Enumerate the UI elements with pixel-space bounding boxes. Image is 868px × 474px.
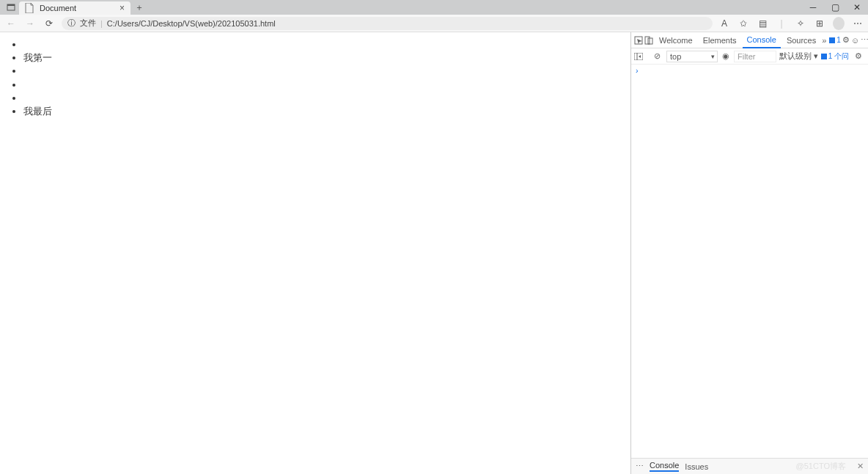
address-divider: |: [100, 19, 103, 28]
read-aloud-icon[interactable]: A: [718, 18, 730, 29]
context-selector[interactable]: top: [666, 51, 718, 62]
devtools-panel: Welcome Elements Console Sources » 1 ⚙ ☺…: [630, 32, 868, 474]
live-expression-icon[interactable]: ◉: [721, 51, 731, 61]
issues-badge[interactable]: 1 个问: [821, 51, 849, 62]
devtools-tab-elements[interactable]: Elements: [699, 32, 741, 48]
list-item: [23, 65, 630, 78]
nav-reload-button[interactable]: ⟳: [43, 18, 56, 29]
menu-button[interactable]: ⋯: [852, 18, 864, 29]
filter-placeholder: Filter: [738, 52, 755, 61]
extensions-icon[interactable]: ✧: [795, 18, 806, 29]
profile-avatar[interactable]: [833, 17, 845, 30]
tabs-overview-button[interactable]: [3, 0, 19, 15]
drawer-tab-issues[interactable]: Issues: [685, 462, 708, 471]
window-close-button[interactable]: ✕: [846, 0, 868, 15]
favorites-icon[interactable]: ✩: [738, 18, 749, 29]
settings-icon[interactable]: ⚙: [842, 35, 850, 45]
info-icon: ⓘ: [67, 18, 76, 29]
device-toggle-icon[interactable]: [644, 36, 653, 45]
nav-back-button[interactable]: ←: [4, 18, 18, 29]
tab-close-button[interactable]: ×: [119, 3, 125, 13]
tab-strip: Document × ＋ ─ ▢ ✕: [0, 0, 868, 15]
address-prefix: 文件: [80, 18, 96, 29]
console-prompt: ›: [636, 66, 639, 75]
devtools-drawer: ⋯ Console Issues @51CTO博客 ✕: [631, 458, 868, 474]
browser-tab[interactable]: Document ×: [19, 1, 130, 15]
list-item: 我最后: [23, 105, 630, 118]
console-sidebar-toggle-icon[interactable]: [634, 53, 647, 60]
page-content: 我第一 我最后: [0, 32, 630, 474]
messages-badge[interactable]: 1: [829, 36, 841, 44]
svg-rect-4: [648, 38, 652, 44]
drawer-tab-console[interactable]: Console: [650, 461, 679, 472]
tab-title: Document: [40, 4, 115, 12]
new-tab-button[interactable]: ＋: [130, 0, 148, 15]
list-item: [23, 79, 630, 92]
window-minimize-button[interactable]: ─: [802, 0, 824, 15]
devtools-tabs: Welcome Elements Console Sources » 1 ⚙ ☺…: [631, 32, 868, 48]
collections-icon[interactable]: ▤: [757, 18, 768, 29]
console-filter-bar: ⊘ top ◉ Filter 默认级别 ▾ 1 个问 ⚙: [631, 48, 868, 65]
devtools-tab-sources[interactable]: Sources: [782, 32, 820, 48]
address-url: C:/Users/CJ/Desktop/VS(web)/202105031.ht…: [107, 19, 276, 28]
devtools-menu-icon[interactable]: ⋯: [861, 35, 868, 45]
list-item: [23, 38, 630, 51]
address-bar[interactable]: ⓘ 文件 | C:/Users/CJ/Desktop/VS(web)/20210…: [62, 17, 713, 30]
list-item: 我第一: [23, 51, 630, 65]
watermark-text: @51CTO博客: [796, 461, 846, 472]
context-label: top: [670, 52, 681, 61]
page-list: 我第一 我最后: [0, 38, 630, 118]
toolbar-divider: |: [776, 18, 787, 29]
toolbar-right: A ✩ ▤ | ✧ ⊞ ⋯: [718, 17, 864, 30]
window-controls: ─ ▢ ✕: [802, 0, 868, 15]
inspect-element-icon[interactable]: [634, 36, 643, 45]
feedback-icon[interactable]: ☺: [851, 36, 859, 45]
devtools-tab-welcome[interactable]: Welcome: [655, 32, 697, 48]
console-settings-icon[interactable]: ⚙: [852, 51, 865, 61]
log-level-selector[interactable]: 默认级别 ▾: [779, 51, 818, 62]
body-row: 我第一 我最后 Welcome Elements Console Sources…: [0, 32, 868, 474]
console-body[interactable]: ›: [631, 65, 868, 458]
devtools-tab-console[interactable]: Console: [743, 32, 781, 48]
file-icon: [25, 3, 35, 13]
app-icon[interactable]: ⊞: [814, 18, 825, 29]
list-item: [23, 92, 630, 105]
drawer-close-icon[interactable]: ✕: [857, 462, 864, 471]
window-maximize-button[interactable]: ▢: [824, 0, 846, 15]
console-filter-input[interactable]: Filter: [734, 51, 776, 62]
tabs-icon: [7, 3, 15, 12]
drawer-menu-icon[interactable]: ⋯: [636, 462, 644, 471]
address-bar-row: ← → ⟳ ⓘ 文件 | C:/Users/CJ/Desktop/VS(web)…: [0, 15, 868, 32]
svg-rect-1: [7, 4, 15, 6]
nav-forward-button[interactable]: →: [23, 18, 37, 29]
more-tabs-icon[interactable]: »: [822, 36, 826, 45]
clear-console-icon[interactable]: ⊘: [650, 51, 663, 61]
